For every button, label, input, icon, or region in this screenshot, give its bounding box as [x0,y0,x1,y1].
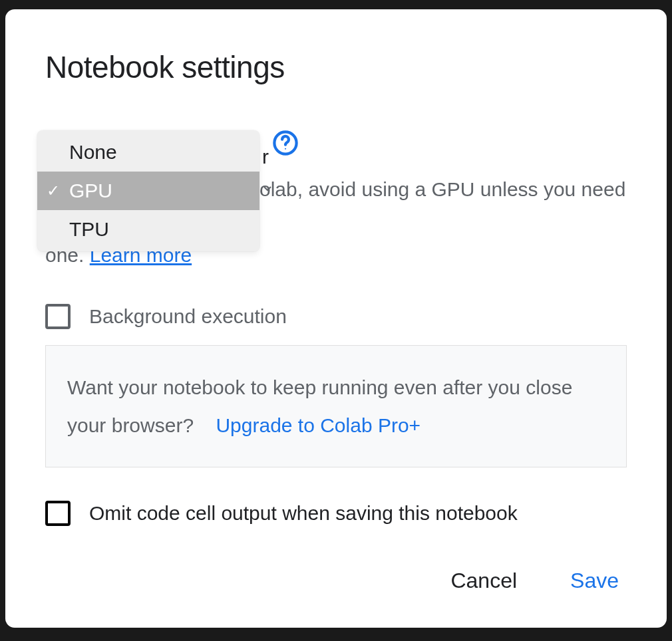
accelerator-label-fragment: r [262,146,269,168]
upgrade-info-box: Want your notebook to keep running even … [45,345,627,467]
dialog-title: Notebook settings [45,49,627,85]
svg-point-1 [285,148,286,150]
cancel-button[interactable]: Cancel [448,563,520,598]
accelerator-dropdown[interactable]: None GPU TPU [37,130,259,251]
omit-output-row: Omit code cell output when saving this n… [45,501,627,526]
notebook-settings-dialog: Notebook settings r To get the most out … [5,9,667,628]
help-icon[interactable] [271,129,299,157]
dialog-actions: Cancel Save [448,563,621,598]
accelerator-option-none[interactable]: None [37,133,259,172]
upgrade-colab-pro-link[interactable]: Upgrade to Colab Pro+ [216,414,420,436]
background-execution-checkbox[interactable] [45,304,71,329]
background-execution-row: Background execution [45,304,627,329]
dropdown-arrow-icon[interactable] [259,181,275,197]
accelerator-option-tpu[interactable]: TPU [37,210,259,249]
background-execution-label: Background execution [89,305,287,328]
omit-output-label: Omit code cell output when saving this n… [89,502,518,525]
omit-output-checkbox[interactable] [45,501,71,526]
accelerator-option-gpu[interactable]: GPU [37,172,259,210]
save-button[interactable]: Save [568,563,621,598]
